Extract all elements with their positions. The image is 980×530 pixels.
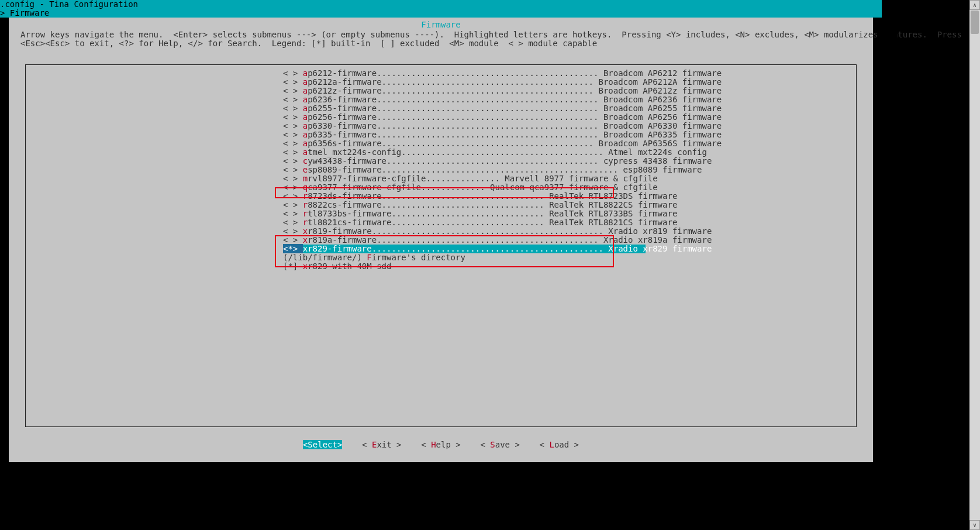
help-line2: <Esc><Esc> to exit, <?> for Help, </> fo… [20,39,597,48]
title-text: .config - Tina Configuration [0,0,138,9]
option-cyw43438-firmware[interactable]: < > cyw43438-firmware...................… [283,157,646,166]
option-mrvl8977-firmware-cfgfile[interactable]: < > mrvl8977-firmware-cfgfile...........… [283,174,646,183]
option-atmel_mxt224s-config[interactable]: < > atmel_mxt224s-config................… [283,148,646,157]
option-rtl8733bs-firmware[interactable]: < > rtl8733bs-firmware..................… [283,209,646,218]
option-ap6356s-firmware[interactable]: < > ap6356s-firmware....................… [283,139,646,148]
button-bar: <Select> < Exit > < Help > < Save > < Lo… [9,440,873,449]
option-esp8089-firmware[interactable]: < > esp8089-firmware....................… [283,166,646,174]
option-ap6255-firmware[interactable]: < > ap6255-firmware.....................… [283,104,646,113]
options-list[interactable]: < > ap6212-firmware.....................… [283,69,646,271]
options-box: < > ap6212-firmware.....................… [25,64,857,427]
breadcrumb: > Firmware [0,9,882,18]
option-qca9377-firmware-cfgfile[interactable]: < > qca9377-firmware-cfgfile............… [283,183,646,192]
option-ap6335-firmware[interactable]: < > ap6335-firmware.....................… [283,130,646,139]
option-r8822cs-firmware[interactable]: < > r8822cs-firmware....................… [283,201,646,209]
button-exit[interactable]: < Exit > [362,440,401,449]
option-ap6212z-firmware[interactable]: < > ap6212z-firmware....................… [283,87,646,95]
help-line1: Arrow keys navigate the menu. <Enter> se… [20,30,962,39]
option-ap6256-firmware[interactable]: < > ap6256-firmware.....................… [283,113,646,122]
terminal-screen: .config - Tina Configuration > Firmware … [0,0,980,530]
button-help[interactable]: < Help > [421,440,460,449]
option-xr819-firmware[interactable]: < > xr819-firmware......................… [283,227,646,236]
breadcrumb-text: > Firmware [0,8,49,18]
menuconfig-window: .config - Tina Configuration > Firmware … [0,0,882,471]
button-save[interactable]: < Save > [480,440,519,449]
option-r8723ds-firmware[interactable]: < > r8723ds-firmware....................… [283,192,646,201]
dialog-body: Firmware Arrow keys navigate the menu. <… [9,18,873,462]
window-shadow-bottom [10,462,897,471]
scroll-down-button[interactable]: ∨ [969,520,980,530]
option-xr829-firmware[interactable]: <*> xr829-firmware......................… [283,245,646,253]
scrollbar-vertical[interactable]: ∧ ∨ [969,0,980,530]
option-ap6236-firmware[interactable]: < > ap6236-firmware.....................… [283,95,646,104]
option-ap6330-firmware[interactable]: < > ap6330-firmware.....................… [283,122,646,130]
page-title: Firmware [9,20,873,29]
button-load[interactable]: < Load > [540,440,579,449]
option-extra[interactable]: (/lib/firmware/) Firmware's directory [283,253,646,262]
option-rtl8821cs-firmware[interactable]: < > rtl8821cs-firmware..................… [283,218,646,227]
scroll-thumb[interactable] [971,11,979,34]
scroll-up-button[interactable]: ∧ [969,0,980,10]
option-ap6212-firmware[interactable]: < > ap6212-firmware.....................… [283,69,646,78]
help-text: Arrow keys navigate the menu. <Enter> se… [20,30,862,48]
option-ap6212a-firmware[interactable]: < > ap6212a-firmware....................… [283,78,646,87]
option-xr819a-firmware[interactable]: < > xr819a-firmware.....................… [283,236,646,245]
window-shadow-right [882,20,897,471]
title-bar: .config - Tina Configuration [0,0,882,9]
option-extra[interactable]: [*] xr829 with 40M sdd [283,262,646,271]
button-select[interactable]: <Select> [303,440,342,449]
